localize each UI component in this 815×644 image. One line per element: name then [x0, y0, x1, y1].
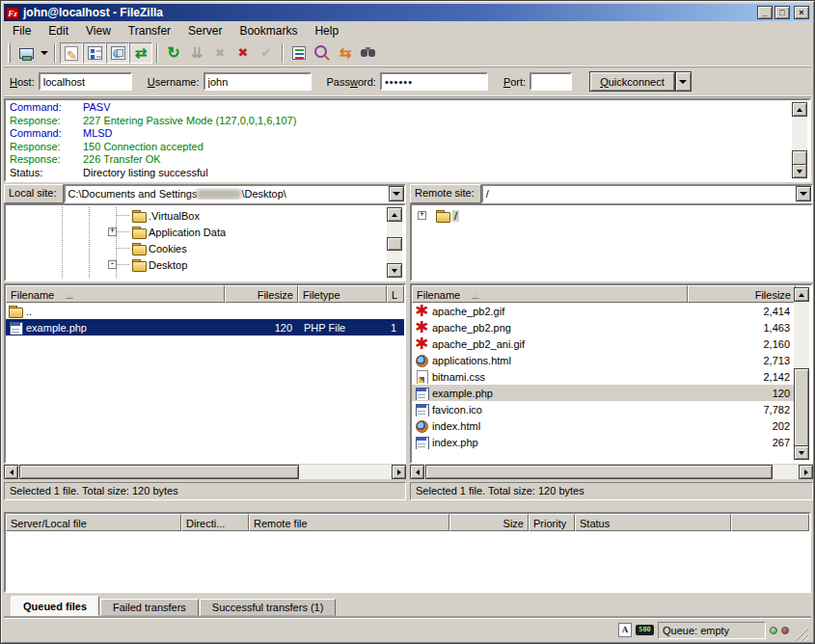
tree-item[interactable]: +/ — [414, 207, 809, 224]
maximize-button[interactable]: □ — [774, 6, 790, 19]
toggle-transfer-queue-button[interactable] — [129, 42, 152, 64]
column-header-status[interactable]: Status — [575, 514, 731, 531]
password-label: Password: — [327, 76, 376, 88]
file-row[interactable]: favicon.ico7,782 — [412, 401, 796, 417]
column-header-filesize[interactable]: Filesize — [225, 285, 298, 303]
process-queue-button[interactable] — [185, 42, 208, 64]
file-row[interactable]: bitnami.css2,142 — [412, 368, 796, 385]
cancel-operation-button[interactable] — [208, 42, 231, 64]
scroll-thumb[interactable] — [425, 465, 773, 479]
site-manager-button[interactable] — [14, 42, 38, 64]
column-header-filename[interactable]: Filename — [6, 285, 225, 303]
scroll-down-icon[interactable] — [794, 445, 809, 460]
scroll-up-icon[interactable] — [387, 207, 402, 222]
column-label: Filename — [11, 289, 54, 301]
tree-expander-icon[interactable]: + — [108, 228, 117, 236]
tree-expander-icon[interactable]: + — [418, 211, 426, 220]
menu-server[interactable]: Server — [179, 23, 231, 39]
tab-failed-transfers[interactable]: Failed transfers — [100, 599, 199, 616]
local-tree-scrollbar[interactable] — [387, 207, 402, 278]
speed-limit-icon[interactable]: 500 — [636, 625, 654, 635]
tree-item[interactable]: Cookies — [8, 240, 387, 256]
tree-item[interactable]: +Application Data — [8, 224, 387, 240]
column-header-priority[interactable]: Priority — [529, 514, 575, 531]
scroll-left-icon[interactable] — [4, 465, 18, 479]
combo-dropdown-icon[interactable] — [796, 186, 811, 201]
scroll-thumb[interactable] — [387, 237, 402, 251]
scroll-right-icon[interactable] — [799, 465, 813, 479]
toggle-remote-tree-button[interactable] — [106, 42, 129, 64]
refresh-button[interactable] — [162, 42, 185, 64]
menu-help[interactable]: Help — [306, 23, 347, 39]
compare-directories-button[interactable] — [311, 42, 334, 64]
remote-site-pane: Remote site: / +/ — [410, 184, 813, 282]
scroll-up-icon[interactable] — [792, 102, 807, 117]
message-log-scrollbar[interactable] — [792, 102, 807, 178]
scroll-thumb[interactable] — [794, 368, 809, 447]
file-row[interactable]: example.php120 — [412, 385, 796, 401]
toggle-local-tree-button[interactable] — [83, 42, 106, 64]
column-header-l[interactable]: L — [387, 285, 404, 303]
file-row[interactable]: apache_pb2.png1,463 — [412, 319, 796, 335]
minimize-button[interactable]: _ — [757, 6, 773, 19]
reconnect-button[interactable] — [255, 42, 278, 64]
local-list-hscrollbar[interactable] — [4, 465, 406, 479]
menu-transfer[interactable]: Transfer — [120, 23, 179, 39]
column-header-size[interactable]: Size — [449, 514, 529, 531]
resize-grip[interactable] — [795, 628, 808, 641]
password-input[interactable] — [380, 72, 488, 91]
local-site-combobox[interactable]: C:\Documents and Settings\Desktop\ — [64, 184, 406, 203]
close-button[interactable]: × — [794, 6, 809, 19]
column-header-remote-file[interactable]: Remote file — [249, 514, 449, 531]
site-manager-dropdown-button[interactable] — [38, 42, 50, 64]
column-label: Filesize — [230, 289, 293, 301]
menu-view[interactable]: View — [77, 23, 120, 39]
menu-edit[interactable]: Edit — [40, 23, 77, 39]
tree-expander-icon[interactable]: - — [108, 260, 117, 269]
file-row[interactable]: apache_pb2_ani.gif2,160 — [412, 335, 796, 352]
column-header-blank[interactable] — [731, 514, 809, 531]
tree-item-label: / — [452, 210, 459, 222]
port-input[interactable] — [530, 72, 572, 91]
tab-successful-transfers-1-[interactable]: Successful transfers (1) — [200, 599, 337, 616]
filename-text: example.php — [26, 322, 87, 334]
filter-button[interactable] — [287, 42, 311, 64]
menu-bookmarks[interactable]: Bookmarks — [231, 23, 306, 39]
file-row[interactable]: index.php267 — [412, 434, 796, 450]
column-header-directi-[interactable]: Directi... — [181, 514, 249, 531]
file-row[interactable]: .. — [6, 303, 404, 319]
column-header-filename[interactable]: Filename — [412, 285, 688, 303]
disconnect-button[interactable] — [231, 42, 255, 64]
toolbar-grip[interactable] — [8, 43, 11, 63]
scroll-down-icon[interactable] — [792, 164, 807, 178]
scroll-down-icon[interactable] — [387, 263, 402, 278]
quickconnect-button[interactable]: Quickconnect — [589, 71, 675, 92]
remote-list-hscrollbar[interactable] — [410, 465, 813, 479]
host-input[interactable] — [39, 72, 132, 91]
scroll-up-icon[interactable] — [794, 287, 809, 302]
file-row[interactable]: example.php120PHP File1 — [6, 319, 404, 335]
combo-dropdown-icon[interactable] — [389, 186, 404, 201]
file-row[interactable]: applications.html2,713 — [412, 352, 796, 368]
remote-site-combobox[interactable]: / — [481, 184, 813, 203]
tree-item[interactable]: -Desktop — [8, 256, 387, 273]
tree-item[interactable]: .VirtualBox — [8, 207, 387, 224]
remote-list-scrollbar[interactable] — [794, 287, 809, 460]
scroll-left-icon[interactable] — [410, 465, 424, 479]
scroll-right-icon[interactable] — [392, 465, 406, 479]
file-row[interactable]: apache_pb2.gif2,414 — [412, 303, 796, 319]
column-header-filetype[interactable]: Filetype — [298, 285, 387, 303]
column-header-filesize[interactable]: Filesize — [688, 285, 796, 303]
transfer-type-icon[interactable]: A — [618, 623, 632, 637]
quickconnect-dropdown-icon[interactable] — [675, 71, 692, 92]
username-input[interactable] — [204, 72, 312, 91]
synchronized-browsing-button[interactable] — [334, 42, 357, 64]
scroll-thumb[interactable] — [19, 465, 299, 479]
menu-file[interactable]: File — [4, 23, 40, 39]
tab-queued-files[interactable]: Queued files — [11, 596, 99, 616]
toggle-message-log-button[interactable] — [60, 42, 83, 64]
file-row[interactable]: index.html202 — [412, 417, 796, 434]
column-header-server-local-file[interactable]: Server/Local file — [6, 514, 181, 531]
filesize-cell: 202 — [688, 420, 796, 432]
find-files-button[interactable] — [357, 42, 380, 64]
